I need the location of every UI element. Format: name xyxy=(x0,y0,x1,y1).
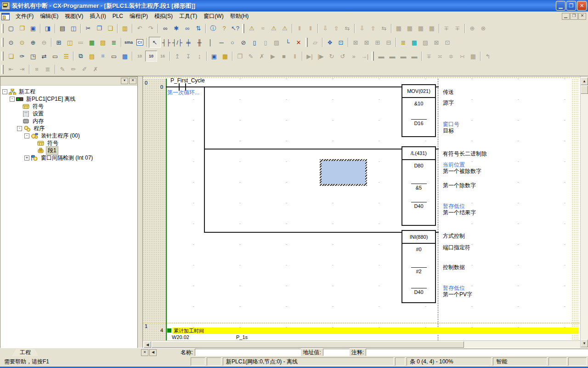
diff-down-button[interactable]: ↧ xyxy=(183,51,194,61)
dialog-button[interactable]: ▭ xyxy=(108,51,119,61)
tree-panel-pin-button[interactable]: ▾ xyxy=(121,78,128,84)
mdi-close-button[interactable]: ✕ xyxy=(578,13,586,20)
menu-2[interactable]: 编辑(E) xyxy=(37,12,62,20)
mdi-child-icon[interactable] xyxy=(1,13,10,20)
menu-9[interactable]: 窗口(W) xyxy=(200,12,226,20)
context-help-button[interactable]: ↖? xyxy=(230,23,241,34)
io-table-button[interactable]: ⌗ xyxy=(97,51,108,61)
overview-button[interactable]: ≔ xyxy=(75,37,86,47)
coil-button[interactable]: ○ xyxy=(227,37,238,47)
menu-6[interactable]: 编程(P) xyxy=(126,12,151,20)
find-symbol-button[interactable]: ∞ xyxy=(182,23,193,34)
build-button[interactable]: ✑ xyxy=(17,51,28,61)
delete-row-button[interactable]: ⊟ xyxy=(383,37,394,47)
insert-rung-below-button[interactable]: ⊠ xyxy=(361,37,372,47)
tree-panel-close-button[interactable]: ✕ xyxy=(129,78,136,84)
decimal-monitor-button[interactable]: 10 xyxy=(145,51,157,62)
sim-pause-button[interactable]: ‖ xyxy=(289,51,300,61)
tree-item-程序[interactable]: -程序 xyxy=(0,125,137,132)
contact-nc-button[interactable]: ┤/├ xyxy=(172,37,183,47)
compile-button[interactable]: ⚠ xyxy=(246,23,257,34)
step-run-button[interactable]: ▶| xyxy=(304,51,315,61)
align-list-button[interactable]: ≡ xyxy=(31,64,42,75)
outdent-button[interactable]: ⇥ xyxy=(17,64,28,75)
or-contact-nc-button[interactable]: ╫ xyxy=(194,37,205,47)
coil-nc-button[interactable]: ⊘ xyxy=(238,37,249,47)
online-edit-copy-button[interactable]: ❐ xyxy=(234,51,245,61)
rung1-label-2[interactable]: P_1s xyxy=(236,334,248,340)
invert-button[interactable]: ▱ xyxy=(310,37,321,47)
toolbar-grip[interactable] xyxy=(242,24,244,33)
horizontal-scroll-thumb[interactable] xyxy=(152,341,464,348)
address-input[interactable] xyxy=(323,349,350,356)
toolbar-grip[interactable] xyxy=(1,65,4,74)
menu-5[interactable]: PLC xyxy=(109,12,126,20)
cancel-force-button[interactable]: ⊗ xyxy=(478,23,489,34)
info-bar-back-button[interactable]: ◀ xyxy=(149,349,157,356)
swap-window-button[interactable]: ⇄ xyxy=(39,51,50,61)
operand[interactable]: &5 xyxy=(401,184,436,190)
menu-7[interactable]: 模拟(S) xyxy=(151,12,176,20)
paste-special-button[interactable]: ▥ xyxy=(119,23,130,34)
check-program-button[interactable]: ⚠ xyxy=(268,23,279,34)
restore-button[interactable]: ❐ xyxy=(566,1,576,11)
delete-line-button[interactable]: ✕ xyxy=(293,37,304,47)
io-monitor-button[interactable]: ▦ xyxy=(409,37,420,47)
open-button[interactable]: ❒ xyxy=(17,23,28,34)
menu-1[interactable]: 文件(F) xyxy=(12,12,37,20)
mdi-minimize-button[interactable]: ▁ xyxy=(562,13,570,20)
set-value-button[interactable]: ⊕ xyxy=(467,23,478,34)
vertical-line-button[interactable]: │ xyxy=(205,37,216,47)
about-button[interactable]: ⓘ xyxy=(208,23,219,34)
mode-run-button[interactable]: ▦ xyxy=(426,23,437,34)
upload-button[interactable]: ⇧ xyxy=(331,23,342,34)
tree-item-段1[interactable]: 段1 xyxy=(0,147,137,154)
sim-stop-button[interactable]: ■ xyxy=(278,51,289,61)
new-button[interactable]: ▢ xyxy=(6,23,17,34)
split-button[interactable]: ≑ xyxy=(446,51,457,61)
partial-download-button[interactable]: ⇩ xyxy=(356,23,368,34)
name-input[interactable] xyxy=(195,349,301,356)
close-button[interactable]: ✕ xyxy=(577,1,587,11)
continuous-step-button[interactable]: |▶ xyxy=(315,51,326,61)
scroll-up-button[interactable]: ▲ xyxy=(581,77,588,85)
run-to-end-button[interactable]: →| xyxy=(359,51,370,61)
operand[interactable]: D40 xyxy=(401,202,436,209)
scan-run-button[interactable]: ↻ xyxy=(326,51,337,61)
tree-expander[interactable]: - xyxy=(24,133,29,138)
compare-button[interactable]: ⇆ xyxy=(342,23,353,34)
selection-marquee[interactable] xyxy=(320,159,367,186)
table-view-button[interactable]: ▦ xyxy=(468,51,479,61)
new-window-button[interactable]: ❏ xyxy=(6,51,17,61)
fast-forward-button[interactable]: » xyxy=(348,51,359,61)
scroll-down-button[interactable]: ▼ xyxy=(581,339,588,347)
tree-item-新PLC1[CP1E] 离线[interactable]: -新PLC1[CP1E] 离线 xyxy=(0,95,137,103)
merge-button[interactable]: ≍ xyxy=(435,51,446,61)
transfer-settings-button[interactable]: ⚠ xyxy=(279,23,290,34)
select-tool-button[interactable]: ↖ xyxy=(149,37,161,48)
monitor-button[interactable]: ‖ xyxy=(305,23,316,34)
rung1-comment-bar[interactable]: 累计加工时间 xyxy=(172,328,578,334)
partial-upload-button[interactable]: ⇧ xyxy=(368,23,379,34)
instruction-special-button[interactable]: ▨ xyxy=(271,37,282,47)
pen-copy-button[interactable]: ✐ xyxy=(79,64,90,75)
insert-program-button[interactable]: ❖ xyxy=(324,37,335,47)
tree-item-符号[interactable]: 符号 xyxy=(0,103,137,110)
tree-item-装针主程序 (00)[interactable]: -装针主程序 (00) xyxy=(0,132,137,139)
redo-button[interactable]: ↷ xyxy=(145,23,156,34)
find-address-button[interactable]: ⇅ xyxy=(193,23,204,34)
partial-compare-button[interactable]: ⇆ xyxy=(379,23,390,34)
toolbar-grip[interactable] xyxy=(372,52,374,61)
download-button[interactable]: ⇩ xyxy=(320,23,331,34)
pen-insert-button[interactable]: ✎ xyxy=(57,64,68,75)
breakpoint-4-button[interactable]: ▬ xyxy=(409,51,420,61)
zoom-edit-button[interactable]: ⊙ xyxy=(17,37,28,47)
copy-button[interactable]: ❐ xyxy=(94,23,105,34)
retrace-button[interactable]: ↰ xyxy=(482,51,493,61)
mdi-restore-button[interactable]: ❐ xyxy=(570,13,578,20)
menu-3[interactable]: 视图(V) xyxy=(62,12,86,20)
properties-button[interactable]: ☰ xyxy=(61,51,72,61)
symbol-table-button[interactable]: ▤ xyxy=(97,37,108,47)
contact-no-button[interactable]: ┤├ xyxy=(161,37,172,47)
align-list-2-button[interactable]: ≣ xyxy=(42,64,53,75)
